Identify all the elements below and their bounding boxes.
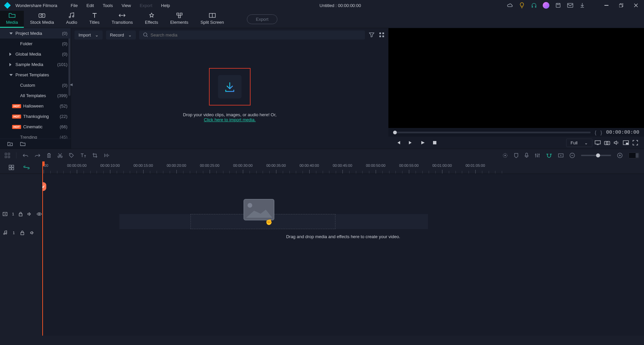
tab-effects[interactable]: Effects (139, 11, 164, 28)
search-input[interactable] (151, 32, 361, 38)
preview-viewport[interactable] (388, 28, 644, 128)
audio-mixer-icon[interactable] (535, 153, 540, 158)
export-button[interactable]: Export (247, 14, 278, 24)
sidebar-item-trending[interactable]: Trending(45) (0, 132, 71, 139)
track-manager-icon[interactable] (9, 165, 14, 170)
download-icon[interactable] (579, 2, 586, 9)
mark-out-icon[interactable]: } (600, 130, 602, 135)
tab-audio[interactable]: Audio (60, 11, 83, 28)
speed-icon[interactable] (104, 153, 109, 158)
eye-icon[interactable] (37, 212, 42, 216)
sidebar-item-sample-media[interactable]: Sample Media(101) (0, 59, 71, 70)
minimize-button[interactable] (602, 1, 611, 9)
grid-view-icon[interactable] (378, 31, 385, 38)
tab-stock-media[interactable]: Stock Media (24, 11, 60, 28)
menu-edit[interactable]: Edit (83, 2, 98, 9)
lock-icon[interactable] (19, 212, 22, 216)
sidebar-item-folder[interactable]: Folder(0) (0, 39, 71, 49)
menu-tools[interactable]: Tools (99, 2, 117, 9)
sidebar-item-global-media[interactable]: Global Media(0) (0, 49, 71, 59)
playhead[interactable] (42, 161, 43, 336)
marker-shield-icon[interactable] (514, 153, 519, 158)
hot-badge: HOT (12, 115, 21, 119)
save-icon[interactable] (555, 2, 561, 9)
text-overlay-icon[interactable] (80, 153, 86, 158)
user-avatar[interactable] (543, 2, 549, 9)
snap-icon[interactable] (546, 153, 552, 158)
fullscreen-icon[interactable] (631, 140, 639, 145)
playhead-marker-icon[interactable] (42, 182, 46, 191)
svg-point-29 (504, 155, 506, 156)
video-track-header[interactable]: 1 (0, 205, 42, 223)
sidebar-collapse-handle[interactable]: ◀ (70, 82, 72, 87)
volume-icon[interactable] (612, 140, 621, 145)
tag-icon[interactable] (69, 153, 74, 158)
tab-transitions[interactable]: Transitions (106, 11, 139, 28)
folder-outline-icon[interactable] (19, 141, 26, 147)
zoom-in-icon[interactable] (617, 153, 623, 158)
scrub-handle[interactable] (393, 131, 397, 134)
menu-file[interactable]: File (67, 2, 82, 9)
sidebar-item-all-templates[interactable]: All Templates(399) (0, 90, 71, 101)
timeline-toggle[interactable] (629, 152, 639, 158)
import-drop-box[interactable] (209, 68, 251, 106)
import-dropdown[interactable]: Import⌄ (74, 30, 103, 40)
sidebar-item-custom[interactable]: Custom(0) (0, 80, 71, 90)
timeline-main[interactable]: 00:0000:00:05:0000:00:10:0000:00:15:0000… (42, 161, 644, 336)
link-icon[interactable] (23, 166, 30, 169)
marker-icon[interactable] (558, 153, 564, 157)
undo-icon[interactable] (22, 153, 29, 158)
redo-icon[interactable] (35, 153, 41, 158)
step-forward-button[interactable] (405, 138, 416, 147)
microphone-icon[interactable] (525, 153, 529, 158)
render-icon[interactable] (502, 153, 508, 158)
cloud-icon[interactable] (506, 2, 513, 9)
lock-icon[interactable] (19, 231, 25, 235)
tab-split-screen[interactable]: Split Screen (195, 11, 230, 28)
dragged-media-thumb[interactable] (244, 199, 274, 220)
sidebar-item-preset-templates[interactable]: Preset Templates (0, 70, 71, 80)
pip-icon[interactable] (622, 140, 630, 145)
lightbulb-icon[interactable] (519, 2, 525, 9)
crop-icon[interactable] (92, 153, 98, 158)
maximize-button[interactable] (616, 1, 626, 9)
prev-frame-button[interactable] (393, 138, 404, 147)
tab-media[interactable]: Media (0, 11, 24, 28)
stop-button[interactable] (429, 138, 440, 147)
quality-dropdown[interactable]: Full⌄ (566, 139, 592, 147)
sidebar-item-cinematic[interactable]: HOTCinematic(66) (0, 122, 71, 132)
headphones-icon[interactable] (531, 2, 537, 9)
audio-track-header[interactable]: 1 (0, 223, 42, 242)
zoom-slider[interactable] (581, 155, 611, 156)
chevron-down-icon: ⌄ (584, 140, 588, 145)
timeline-ruler[interactable]: 00:0000:00:05:0000:00:10:0000:00:15:0000… (42, 161, 644, 174)
new-folder-icon[interactable] (7, 141, 13, 147)
filter-icon[interactable] (368, 31, 375, 38)
zoom-out-icon[interactable] (570, 153, 575, 158)
zoom-handle[interactable] (596, 153, 600, 157)
import-media-link[interactable]: Click here to import media. (204, 117, 256, 122)
record-dropdown[interactable]: Record⌄ (106, 30, 136, 40)
close-button[interactable] (631, 1, 641, 9)
preview-scrub-track[interactable] (393, 132, 591, 133)
svg-point-10 (144, 33, 147, 36)
mail-icon[interactable] (567, 2, 574, 9)
svg-rect-8 (178, 16, 180, 18)
sidebar-item-halloween[interactable]: HOTHalloween(52) (0, 101, 71, 111)
mute-icon[interactable] (30, 231, 35, 235)
cut-icon[interactable] (57, 153, 63, 158)
play-button[interactable] (417, 138, 428, 147)
sidebar-item-thanksgiving[interactable]: HOTThanksgiving(22) (0, 111, 71, 122)
search-media-box[interactable] (139, 30, 365, 40)
layout-icon[interactable] (5, 153, 10, 158)
tab-titles[interactable]: Titles (83, 11, 106, 28)
mark-in-icon[interactable]: { (595, 130, 596, 135)
display-icon[interactable] (594, 140, 602, 145)
menu-help[interactable]: Help (157, 2, 174, 9)
sidebar-item-project-media[interactable]: Project Media(0) (0, 28, 71, 39)
delete-icon[interactable] (47, 153, 51, 158)
mute-icon[interactable] (27, 212, 32, 216)
snapshot-icon[interactable] (603, 140, 611, 145)
tab-elements[interactable]: Elements (164, 11, 194, 28)
menu-view[interactable]: View (117, 2, 135, 9)
